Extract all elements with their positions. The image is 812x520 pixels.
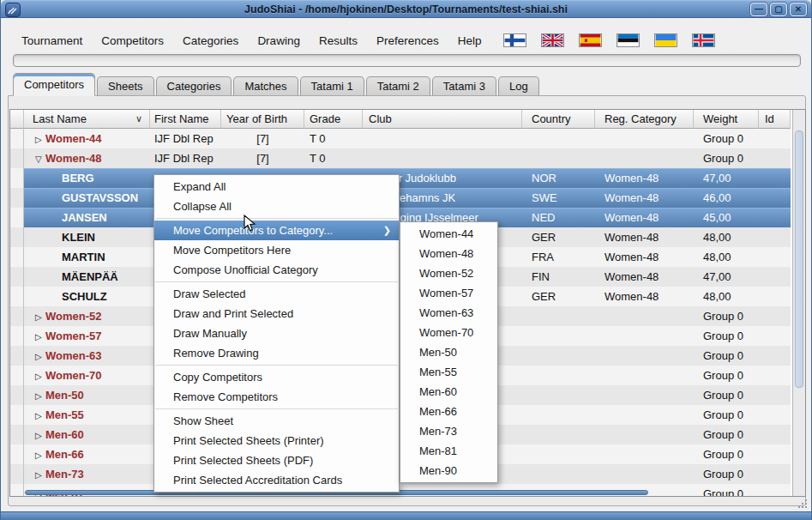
cell-spacer [10,129,24,148]
cell-weight: Group 0 [694,425,759,444]
expander-collapsed-icon[interactable]: ▷ [35,445,45,464]
sort-indicator-icon[interactable]: ∨ [135,110,142,128]
submenu-item-men-73[interactable]: Men-73 [400,421,497,441]
cell-reg: Women-48 [595,188,694,208]
column-header-id[interactable]: Id [759,110,791,129]
vertical-scrollbar[interactable] [792,110,805,496]
estonia-flag[interactable] [617,33,640,47]
cell-spacer [10,444,24,464]
column-header-country[interactable]: Country [522,110,595,129]
expander-collapsed-icon[interactable]: ▷ [35,366,45,385]
menubar-item-drawing[interactable]: Drawing [249,31,309,51]
context-menu-item-expand-all[interactable]: Expand All [154,177,399,197]
context-menu-item-collapse-all[interactable]: Collapse All [154,197,399,216]
cell-country: FIN [522,267,595,287]
column-header-weight[interactable]: Weight [694,110,759,129]
context-menu-item-draw-and-print-selected[interactable]: Draw and Print Selected [154,304,399,323]
cell-reg [595,444,694,464]
tab-tatami-2[interactable]: Tatami 2 [366,76,430,96]
cell-value-weight: Group 0 [703,389,743,402]
column-header-yob[interactable]: Year of Birth [221,110,304,129]
tab-tatami-1[interactable]: Tatami 1 [300,76,364,96]
submenu-item-men-50[interactable]: Men-50 [400,342,497,362]
expander-collapsed-icon[interactable]: ▷ [35,307,45,326]
context-menu-item-move-competitors-to-category[interactable]: Move Competitors to Category...❯ [154,221,399,240]
cell-id [759,326,791,346]
expander-collapsed-icon[interactable]: ▷ [35,406,45,425]
expander-collapsed-icon[interactable]: ▷ [35,327,45,346]
menubar-item-tournament[interactable]: Tournament [13,31,91,51]
submenu-item-women-44[interactable]: Women-44 [400,224,497,244]
spain-flag[interactable] [579,33,602,47]
context-menu-item-remove-drawing[interactable]: Remove Drawing [154,343,399,363]
context-menu-item-copy-competitors[interactable]: Copy Competitors [154,367,399,387]
uk-flag[interactable] [541,33,564,47]
context-menu-item-print-selected-sheets-printer[interactable]: Print Selected Sheets (Printer) [154,431,399,450]
expander-expanded-icon[interactable]: ▽ [35,149,45,168]
column-header-label: Club [369,112,392,125]
category-row[interactable]: ▽Women-48IJF Dbl Rep[7]T 0Group 0 [10,148,805,168]
cell-id [759,346,791,366]
menubar-item-preferences[interactable]: Preferences [368,31,448,51]
vertical-scrollbar-thumb[interactable] [795,130,803,388]
column-header-label: Id [765,112,774,125]
cell-country [522,366,595,385]
ukraine-flag[interactable] [654,33,677,47]
cell-spacer [10,385,24,405]
column-header-reg[interactable]: Reg. Category [595,110,694,129]
context-menu-item-compose-unofficial-category[interactable]: Compose Unofficial Category [154,260,399,280]
expander-collapsed-icon[interactable]: ▷ [35,347,45,366]
tab-tatami-3[interactable]: Tatami 3 [432,76,496,96]
column-header-label: Year of Birth [226,112,287,125]
cell-id [759,366,791,385]
close-button[interactable]: ✕ [790,3,807,16]
context-menu-item-move-competitors-here[interactable]: Move Competitors Here [154,240,399,260]
competitor-row[interactable]: GUSTAVSSONKristinehamns JKSWEWomen-4846,… [10,188,805,208]
column-header-grade[interactable]: Grade [304,110,363,129]
submenu-item-women-48[interactable]: Women-48 [400,244,497,263]
window-title: JudoShiai - /home/hjokinen/Desktop/Tourn… [1,3,811,15]
context-menu-item-remove-competitors[interactable]: Remove Competitors [154,387,399,407]
tab-log[interactable]: Log [498,76,539,96]
submenu-item-women-70[interactable]: Women-70 [400,323,497,342]
minimize-button[interactable]: — [750,3,767,16]
context-menu-item-print-selected-accreditation-cards[interactable]: Print Selected Accreditation Cards [154,470,399,490]
expander-collapsed-icon[interactable]: ▷ [35,386,45,405]
menubar-item-competitors[interactable]: Competitors [93,31,172,51]
context-menu-item-draw-selected[interactable]: Draw Selected [154,284,399,304]
finland-flag[interactable] [503,33,526,47]
context-menu-item-print-selected-sheets-pdf[interactable]: Print Selected Sheets (PDF) [154,450,399,470]
menubar-item-results[interactable]: Results [310,31,366,51]
maximize-button[interactable]: ▢ [770,3,787,16]
tab-competitors[interactable]: Competitors [13,73,95,96]
submenu-item-men-81[interactable]: Men-81 [400,441,497,461]
column-header-label: Country [532,112,571,125]
submenu-item-women-57[interactable]: Women-57 [400,283,497,303]
submenu-item-women-63[interactable]: Women-63 [400,303,497,323]
submenu-item-men-60[interactable]: Men-60 [400,382,497,402]
iceland-flag[interactable] [692,33,715,47]
expander-collapsed-icon[interactable]: ▷ [35,465,45,484]
submenu-item-men-55[interactable]: Men-55 [400,362,497,382]
competitor-row[interactable]: BERGTea19943 kyuHamar JudoklubbNORWomen-… [10,168,805,188]
tab-categories[interactable]: Categories [156,76,232,96]
title-bar[interactable]: JudoShiai - /home/hjokinen/Desktop/Tourn… [1,0,811,18]
resize-grip[interactable] [797,498,809,510]
context-menu-item-show-sheet[interactable]: Show Sheet [154,411,399,431]
menubar-item-categories[interactable]: Categories [174,31,247,51]
column-header-first[interactable]: First Name [150,110,221,129]
submenu-item-men-66[interactable]: Men-66 [400,402,497,421]
submenu-item-women-52[interactable]: Women-52 [400,263,497,283]
expander-collapsed-icon[interactable]: ▷ [35,130,45,148]
cell-weight: Group 0 [694,444,759,464]
expander-collapsed-icon[interactable]: ▷ [35,426,45,444]
category-row[interactable]: ▷Women-44IJF Dbl Rep[7]T 0Group 0 [10,129,805,148]
menubar-item-help[interactable]: Help [449,31,490,51]
tab-matches[interactable]: Matches [233,76,298,96]
tab-sheets[interactable]: Sheets [97,76,153,96]
column-header-club[interactable]: Club [363,110,522,129]
column-header-last[interactable]: Last Name∨ [24,110,150,129]
submenu-item-men-90[interactable]: Men-90 [400,461,497,481]
column-header-spacer[interactable] [10,110,24,129]
context-menu-item-draw-manually[interactable]: Draw Manually [154,323,399,343]
